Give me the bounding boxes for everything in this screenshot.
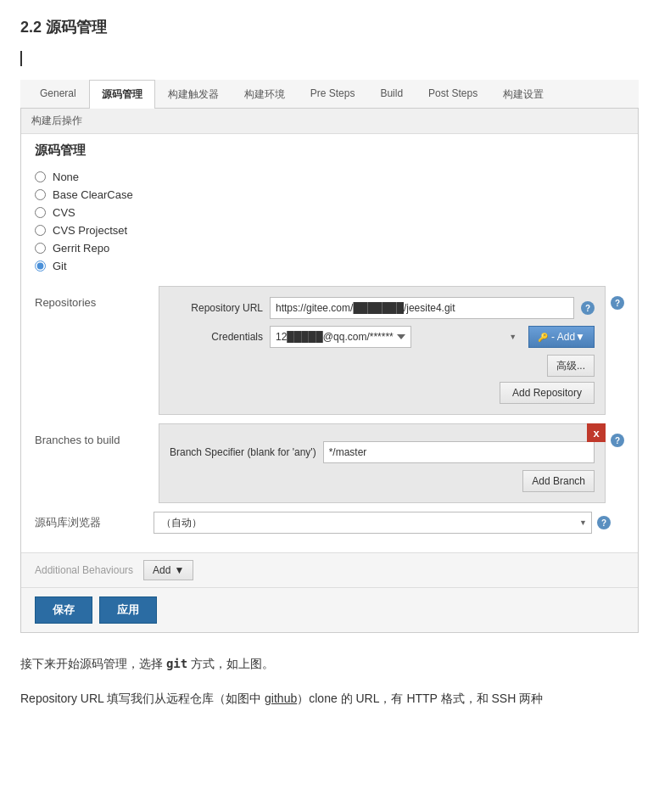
- save-button[interactable]: 保存: [35, 596, 92, 624]
- add-dropdown-arrow-icon: ▼: [174, 564, 184, 576]
- repositories-label: Repositories: [35, 286, 154, 309]
- branches-help-icon[interactable]: ?: [611, 434, 624, 447]
- tab-bar: General 源码管理 构建触发器 构建环境 Pre Steps Build …: [20, 80, 639, 109]
- repo-url-help-icon[interactable]: ?: [581, 301, 595, 315]
- add-credentials-button[interactable]: 🔑 - Add▼: [528, 326, 595, 348]
- bottom-text-1: 接下来开始源码管理，选择 git 方式，如上图。: [20, 653, 639, 675]
- tab-scm[interactable]: 源码管理: [89, 80, 155, 109]
- credentials-label: Credentials: [170, 331, 263, 343]
- git-section: Repositories Repository URL ? Credential…: [21, 286, 638, 552]
- repositories-content: Repository URL ? Credentials 12█████@qq.…: [159, 286, 606, 415]
- advanced-button[interactable]: 高级...: [547, 355, 595, 377]
- browser-select-wrapper: （自动）: [154, 512, 592, 534]
- branch-specifier-input[interactable]: [323, 441, 595, 463]
- repositories-help-icon[interactable]: ?: [611, 296, 624, 310]
- browser-select-arrow-wrapper: （自动）: [154, 512, 592, 534]
- tab-poststeps[interactable]: Post Steps: [416, 80, 490, 109]
- additional-behaviours-section: Additional Behaviours Add ▼: [21, 552, 638, 587]
- add-branch-button[interactable]: Add Branch: [522, 470, 595, 492]
- scm-option-git[interactable]: Git: [35, 260, 624, 272]
- key-icon: 🔑: [538, 333, 548, 342]
- browser-label: 源码库浏览器: [35, 515, 154, 530]
- tab-env[interactable]: 构建环境: [232, 80, 298, 109]
- page-title: 2.2 源码管理: [20, 17, 639, 37]
- action-row: 保存 应用: [21, 587, 638, 632]
- tab-triggers[interactable]: 构建触发器: [155, 80, 232, 109]
- browser-help-icon[interactable]: ?: [597, 516, 611, 529]
- credentials-select-wrapper: 12█████@qq.com/******: [270, 326, 522, 348]
- tab-settings[interactable]: 构建设置: [490, 80, 556, 109]
- content-panel: 构建后操作 源码管理 None Base ClearCase CVS CVS P…: [20, 109, 639, 633]
- repo-url-row: Repository URL ?: [170, 297, 595, 319]
- scm-option-none[interactable]: None: [35, 171, 624, 183]
- branches-label: Branches to build: [35, 423, 154, 446]
- branch-specifier-label: Branch Specifier (blank for 'any'): [170, 446, 316, 458]
- add-repo-row: Add Repository: [170, 382, 595, 404]
- add-repository-button[interactable]: Add Repository: [500, 382, 595, 404]
- bottom-text-2: Repository URL 填写我们从远程仓库（如图中 github）clon…: [20, 688, 639, 709]
- repo-url-input[interactable]: [270, 297, 574, 319]
- section-title: 源码管理: [21, 134, 638, 165]
- scm-option-cvs[interactable]: CVS: [35, 206, 624, 219]
- add-branch-row: Add Branch: [170, 470, 595, 492]
- credentials-row: Credentials 12█████@qq.com/****** 🔑 - Ad…: [170, 326, 595, 348]
- tab-presteps[interactable]: Pre Steps: [298, 80, 368, 109]
- branch-delete-button[interactable]: x: [587, 423, 606, 442]
- additional-add-button[interactable]: Add ▼: [143, 560, 193, 580]
- repositories-section: Repositories Repository URL ? Credential…: [35, 286, 624, 415]
- branch-input-row: Branch Specifier (blank for 'any'): [170, 441, 595, 463]
- sub-header: 构建后操作: [21, 109, 638, 134]
- credentials-select[interactable]: 12█████@qq.com/******: [270, 326, 411, 348]
- repo-url-label: Repository URL: [170, 302, 263, 314]
- tab-build[interactable]: Build: [367, 80, 416, 109]
- apply-button[interactable]: 应用: [99, 596, 157, 624]
- scm-option-gerrit[interactable]: Gerrit Repo: [35, 242, 624, 255]
- branches-content: x Branch Specifier (blank for 'any') Add…: [159, 423, 606, 503]
- tab-general[interactable]: General: [27, 80, 89, 109]
- cursor-indicator: [20, 51, 22, 66]
- scm-options: None Base ClearCase CVS CVS Projectset G…: [21, 165, 638, 286]
- browser-row: 源码库浏览器 （自动） ?: [35, 512, 624, 534]
- scm-option-clearcase[interactable]: Base ClearCase: [35, 188, 624, 201]
- scm-option-cvs-projectset[interactable]: CVS Projectset: [35, 224, 624, 237]
- additional-label: Additional Behaviours: [35, 564, 133, 576]
- repo-action-buttons: 高级...: [170, 355, 595, 377]
- bottom-text: 接下来开始源码管理，选择 git 方式，如上图。 Repository URL …: [20, 653, 639, 709]
- branches-section: Branches to build x Branch Specifier (bl…: [35, 423, 624, 503]
- browser-select[interactable]: （自动）: [154, 512, 592, 534]
